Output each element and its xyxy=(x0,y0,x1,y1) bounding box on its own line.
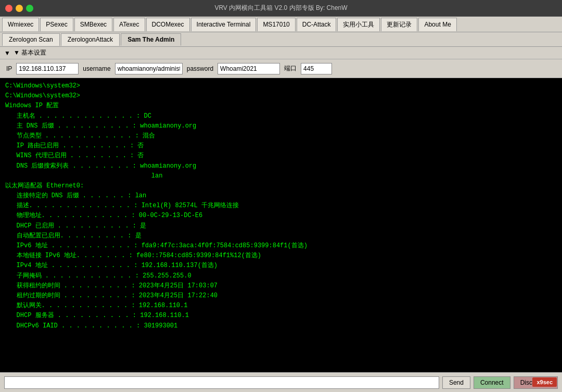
terminal-line: DHCP 已启用 . . . . . . . . . . : 是 xyxy=(5,221,557,231)
connect-button[interactable]: Connect xyxy=(474,376,510,389)
section-arrow: ▼ xyxy=(4,49,10,57)
maximize-button[interactable] xyxy=(26,5,33,12)
tab-dcomexec[interactable]: DCOMexec xyxy=(146,18,190,31)
main-tab-bar: Wmiexec PSexec SMBexec ATexec DCOMexec I… xyxy=(0,17,562,32)
terminal-line: 租约过期的时间 . . . . . . . . . : 2023年4月25日 1… xyxy=(5,291,557,301)
terminal-line: DNS 后缀搜索列表 . . . . . . . . : whoamianony… xyxy=(5,161,557,171)
tab-updates[interactable]: 更新记录 xyxy=(381,18,417,31)
terminal-line: 获得租约的时间 . . . . . . . . . : 2023年4月25日 1… xyxy=(5,281,557,291)
terminal-line: IPv4 地址 . . . . . . . . . . . : 192.168.… xyxy=(5,261,557,271)
bottom-bar: Send Connect Disconnect xyxy=(0,372,562,392)
tab-psexec[interactable]: PSexec xyxy=(40,18,73,31)
terminal-line: lan xyxy=(5,171,557,181)
terminal-line: Windows IP 配置 xyxy=(5,101,557,111)
section-basic-settings[interactable]: ▼ ▼ 基本设置 xyxy=(0,47,562,59)
tab-wmiexec[interactable]: Wmiexec xyxy=(2,18,39,31)
port-label: 端口 xyxy=(284,64,297,73)
terminal-line: 本地链接 IPv6 地址. . . . . . . : fe80::7584:c… xyxy=(5,251,557,261)
terminal-line: DHCPv6 IAID . . . . . . . . . . : 301993… xyxy=(5,321,557,331)
command-input[interactable] xyxy=(4,376,439,389)
terminal-line: IP 路由已启用 . . . . . . . . . : 否 xyxy=(5,141,557,151)
password-input[interactable] xyxy=(218,63,280,74)
tab-about[interactable]: About Me xyxy=(418,18,456,31)
tab-interactive-terminal[interactable]: Interactive Terminal xyxy=(191,18,257,31)
port-input[interactable] xyxy=(301,63,332,74)
password-label: password xyxy=(187,65,213,72)
username-input[interactable] xyxy=(115,63,183,74)
terminal-line: 以太网适配器 Ethernet0: xyxy=(5,181,557,191)
terminal-line: 子网掩码 . . . . . . . . . . . . : 255.255.2… xyxy=(5,271,557,281)
send-button[interactable]: Send xyxy=(442,376,470,389)
config-row: IP username password 端口 xyxy=(0,59,562,78)
tab-zerologon-scan[interactable]: Zerologon Scan xyxy=(2,33,60,46)
terminal-line: C:\Windows\system32> xyxy=(5,91,557,101)
terminal-line: 节点类型 . . . . . . . . . . . . : 混合 xyxy=(5,131,557,141)
username-label: username xyxy=(83,65,110,72)
watermark: x9sec xyxy=(532,377,557,387)
tab-tools[interactable]: 实用小工具 xyxy=(337,18,380,31)
ip-input[interactable] xyxy=(16,63,79,74)
section-label: ▼ 基本设置 xyxy=(14,48,46,57)
tab-smbexec[interactable]: SMBexec xyxy=(74,18,112,31)
sub-tab-bar: Zerologon Scan ZerologonAttack Sam The A… xyxy=(0,32,562,47)
ip-label: IP xyxy=(6,65,12,72)
app-title: VRV 内网横向工具箱 V2.0 内部专版 By: ChenW xyxy=(36,4,526,12)
terminal-line: IPv6 地址 . . . . . . . . . . . : fda9:4f7… xyxy=(5,241,557,251)
tab-dc-attack[interactable]: DC-Attack xyxy=(297,18,337,31)
terminal-line: 默认网关. . . . . . . . . . . . : 192.168.11… xyxy=(5,301,557,311)
terminal-line: 连接特定的 DNS 后缀 . . . . . . : lan xyxy=(5,191,557,201)
terminal-line: WINS 代理已启用 . . . . . . . . : 否 xyxy=(5,151,557,161)
terminal-line: 自动配置已启用. . . . . . . . . : 是 xyxy=(5,231,557,241)
terminal-line: DHCP 服务器 . . . . . . . . . . : 192.168.1… xyxy=(5,311,557,321)
close-button[interactable] xyxy=(5,5,12,12)
tab-sam-the-admin[interactable]: Sam The Admin xyxy=(121,33,181,46)
title-bar: VRV 内网横向工具箱 V2.0 内部专版 By: ChenW xyxy=(0,0,562,17)
terminal-line: 主机名 . . . . . . . . . . . . . : DC xyxy=(5,111,557,121)
tab-atexec[interactable]: ATexec xyxy=(113,18,145,31)
terminal-output: C:\Windows\system32>C:\Windows\system32>… xyxy=(0,78,562,372)
terminal-line: 描述. . . . . . . . . . . . . . : Intel(R)… xyxy=(5,201,557,211)
terminal-line: 物理地址. . . . . . . . . . . . : 00-0C-29-1… xyxy=(5,211,557,221)
terminal-line: C:\Windows\system32> xyxy=(5,81,557,91)
minimize-button[interactable] xyxy=(16,5,23,12)
tab-ms17010[interactable]: MS17010 xyxy=(257,18,295,31)
terminal-line: 主 DNS 后缀 . . . . . . . . . . : whoamiano… xyxy=(5,121,557,131)
tab-zerologon-attack[interactable]: ZerologonAttack xyxy=(61,33,120,46)
